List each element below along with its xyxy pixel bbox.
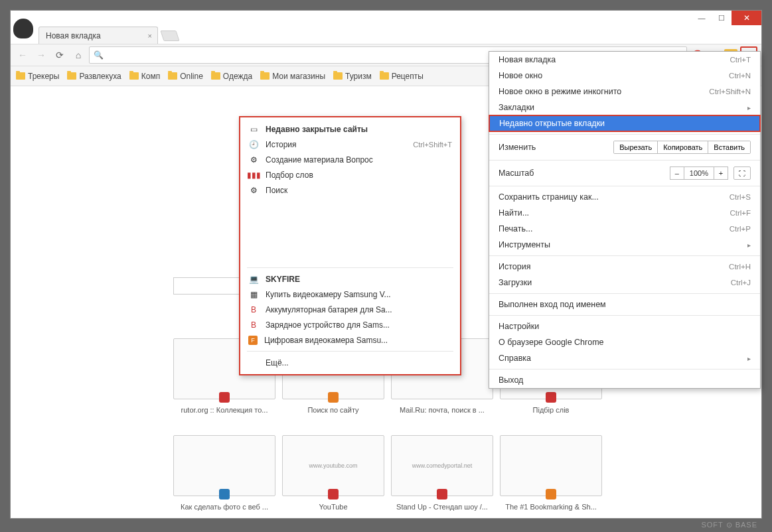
tile-caption: Підбір слів [500, 406, 602, 414]
site-icon: ▦ [248, 289, 259, 300]
menu-downloads[interactable]: ЗагрузкиCtrl+J [489, 275, 760, 291]
bookmark-folder[interactable]: Развлекуха [67, 72, 121, 81]
menu-bookmarks[interactable]: Закладки▸ [489, 100, 760, 115]
close-window-button[interactable]: ✕ [732, 11, 761, 25]
most-visited-tile[interactable]: The #1 Bookmarking & Sh... [500, 435, 602, 511]
menu-print[interactable]: Печать...Ctrl+P [489, 221, 760, 237]
tile-badge-icon [328, 489, 339, 499]
submenu-header: ▭Недавно закрытые сайты [240, 121, 460, 137]
tile-thumb: www.comedyportal.net [391, 435, 493, 496]
bookmark-folder[interactable]: Мои магазины [260, 72, 325, 81]
separator [247, 351, 453, 352]
titlebar: — ☐ ✕ [11, 11, 761, 25]
menu-edit-row: Изменить Вырезать Копировать Вставить [489, 137, 760, 157]
copy-button[interactable]: Копировать [657, 141, 708, 153]
separator [489, 134, 760, 135]
menu-incognito[interactable]: Новое окно в режиме инкогнитоCtrl+Shift+… [489, 84, 760, 100]
tab-title: Новая вкладка [46, 31, 101, 40]
forward-button[interactable]: → [33, 47, 49, 63]
bookmark-folder[interactable]: Комп [129, 72, 160, 81]
maximize-button[interactable]: ☐ [712, 11, 732, 25]
tab-close-icon[interactable]: × [148, 32, 152, 40]
submenu-item[interactable]: ⚙Поиск [240, 182, 460, 198]
home-button[interactable]: ⌂ [70, 47, 86, 63]
zoom-value: 100% [684, 166, 714, 180]
chevron-right-icon: ▸ [747, 104, 751, 111]
bookmark-folder[interactable]: Туризм [333, 72, 372, 81]
tile-caption: Как сделать фото с веб ... [173, 503, 275, 511]
fullscreen-button[interactable]: ⛶ [733, 166, 751, 180]
separator [489, 369, 760, 369]
clock-icon: 🕘 [248, 139, 259, 150]
submenu-item[interactable]: BЗарядное устройство для Sams... [240, 317, 460, 332]
profile-icon[interactable] [13, 19, 33, 38]
most-visited-tile[interactable]: Как сделать фото с веб ... [173, 435, 275, 511]
bookmark-folder[interactable]: Рецепты [380, 72, 424, 81]
folder-icon [129, 72, 139, 80]
tile-badge-icon [219, 489, 230, 499]
menu-new-window[interactable]: Новое окноCtrl+N [489, 68, 760, 84]
back-button[interactable]: ← [15, 47, 31, 63]
tile-caption: Stand Up - Стендап шоу /... [391, 503, 493, 511]
tile-thumb: www.youtube.com [282, 435, 384, 496]
submenu-item[interactable]: ⚙Создание материала Вопрос [240, 152, 460, 167]
menu-save-as[interactable]: Сохранить страницу как...Ctrl+S [489, 189, 760, 205]
menu-exit[interactable]: Выход [489, 372, 760, 388]
folder-icon [380, 72, 389, 80]
chevron-right-icon: ▸ [747, 241, 751, 249]
laptop-icon: 💻 [248, 274, 259, 285]
new-tab-button[interactable] [160, 31, 179, 41]
submenu-item[interactable]: ▮▮▮Подбор слов [240, 167, 460, 182]
separator [489, 186, 760, 186]
bookmark-folder[interactable]: Online [168, 72, 203, 81]
paste-button[interactable]: Вставить [708, 141, 750, 153]
site-icon: B [248, 304, 259, 315]
cut-button[interactable]: Вырезать [614, 141, 657, 153]
menu-new-tab[interactable]: Новая вкладкаCtrl+T [489, 52, 760, 68]
tile-thumb [500, 435, 602, 496]
tile-badge-icon [546, 489, 556, 499]
separator [247, 267, 453, 268]
submenu-item-history[interactable]: 🕘ИсторияCtrl+Shift+T [240, 137, 460, 152]
gear-icon: ⚙ [248, 185, 259, 196]
browser-tab[interactable]: Новая вкладка × [39, 27, 158, 44]
main-menu: Новая вкладкаCtrl+T Новое окноCtrl+N Нов… [489, 51, 761, 389]
tile-caption: Mail.Ru: почта, поиск в ... [391, 406, 493, 414]
edit-button-group: Вырезать Копировать Вставить [613, 141, 751, 154]
tile-thumb [173, 435, 275, 496]
bookmark-folder[interactable]: Трекеры [16, 72, 59, 81]
separator [489, 255, 760, 256]
bookmark-folder[interactable]: Одежда [211, 72, 252, 81]
menu-recent-tabs[interactable]: Недавно открытые вкладки [489, 115, 761, 132]
menu-find[interactable]: Найти...Ctrl+F [489, 205, 760, 221]
separator [489, 315, 760, 316]
tab-strip: Новая вкладка × [11, 25, 761, 44]
tile-badge-icon [546, 392, 556, 403]
separator [489, 160, 760, 161]
search-icon: 🔍 [94, 50, 104, 60]
zoom-in-button[interactable]: + [714, 166, 728, 180]
menu-tools[interactable]: Инструменты▸ [489, 237, 760, 253]
submenu-item[interactable]: ▦Купить видеокамеру Samsung V... [240, 287, 460, 302]
most-visited-tile[interactable]: www.comedyportal.netStand Up - Стендап ш… [391, 435, 493, 511]
submenu-item[interactable]: FЦифровая видеокамера Samsu... [240, 332, 460, 348]
folder-icon [211, 72, 220, 80]
watermark: SOFT ⊙ BASE [701, 521, 757, 529]
menu-help[interactable]: Справка▸ [489, 350, 760, 366]
window-icon: ▭ [248, 124, 259, 135]
tile-caption: The #1 Bookmarking & Sh... [500, 503, 602, 511]
menu-signed-in[interactable]: Выполнен вход под именем [489, 297, 760, 312]
tile-caption: YouTube [282, 503, 384, 511]
most-visited-tile[interactable]: www.youtube.comYouTube [282, 435, 384, 511]
menu-settings[interactable]: Настройки [489, 318, 760, 334]
menu-about[interactable]: О браузере Google Chrome [489, 334, 760, 350]
submenu-more[interactable]: Ещё... [240, 355, 460, 370]
folder-icon [67, 72, 76, 80]
submenu-item[interactable]: BАккумуляторная батарея для Sa... [240, 302, 460, 317]
zoom-out-button[interactable]: – [670, 166, 684, 180]
tile-badge-icon [437, 489, 447, 499]
menu-history[interactable]: ИсторияCtrl+H [489, 259, 760, 275]
minimize-button[interactable]: — [692, 11, 712, 25]
folder-icon [260, 72, 270, 80]
reload-button[interactable]: ⟳ [52, 47, 68, 63]
